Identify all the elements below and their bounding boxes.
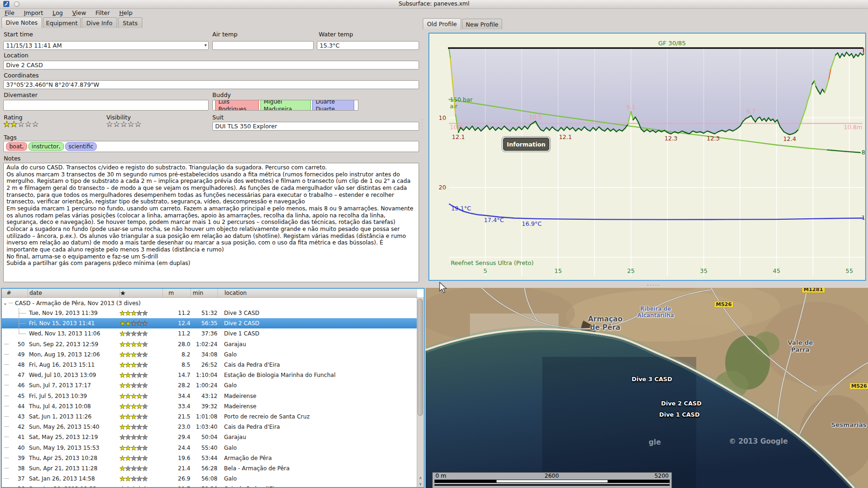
dive-duration: 51:32 xyxy=(190,310,217,316)
coordinates-field[interactable]: 37°05'23.460"N 8°20'47.879"W xyxy=(3,80,419,89)
tab-old-profile[interactable]: Old Profile xyxy=(423,18,461,29)
dive-number: 43 xyxy=(2,413,28,420)
scroll-up-icon[interactable]: ∧ xyxy=(417,475,424,481)
svg-text:10.5: 10.5 xyxy=(529,113,542,120)
chip[interactable]: instructor, xyxy=(28,142,64,151)
dive-row[interactable]: 41Sat, May 25, 2013 12:19★★★★★29.450:04G… xyxy=(2,432,417,442)
expander-icon[interactable]: ⌄ xyxy=(2,300,8,306)
start-time-combo[interactable]: 11/15/13 11:41 AM ▾ xyxy=(3,41,209,50)
star-icon: ★ xyxy=(131,444,136,452)
dive-site-label[interactable]: Dive 2 CASD xyxy=(654,400,708,407)
panel-splitter-handle[interactable]: ···· xyxy=(420,119,424,132)
buddy-field[interactable]: Luís Rodrigues,Miguel Madureira,Duarte D… xyxy=(212,100,358,111)
dive-list-header[interactable]: #date★mminlocation xyxy=(2,289,417,298)
dive-date: Sun, May 19, 2013 15:53 xyxy=(28,445,119,451)
svg-text:12.4: 12.4 xyxy=(783,135,796,142)
chip[interactable]: Miguel Madureira, xyxy=(260,100,311,111)
star-icon: ★ xyxy=(125,382,131,389)
chip[interactable]: boat, xyxy=(6,142,27,151)
chip[interactable]: Duarte Duarte xyxy=(312,100,354,111)
dive-depth: 33.4 xyxy=(162,403,190,410)
column-header-m[interactable]: m xyxy=(162,289,190,297)
rating-stars[interactable]: ★★☆☆☆ xyxy=(3,119,39,129)
star-icon[interactable]: ☆ xyxy=(18,119,25,129)
dive-row[interactable]: 49Mon, Aug 19, 2013 12:06★★★★★8.234:08Ga… xyxy=(2,349,417,360)
dive-rating-stars: ★★★★★ xyxy=(119,423,162,431)
dive-list-scrollbar[interactable]: ∧ ∨ xyxy=(417,297,424,487)
star-icon[interactable]: ☆ xyxy=(120,119,127,129)
air-temp-field[interactable] xyxy=(212,41,314,50)
star-icon[interactable]: ☆ xyxy=(134,119,141,129)
dive-row[interactable]: 43Sat, Jun 1, 2013 11:26★★★★★21.51:01:08… xyxy=(2,411,417,422)
location-field[interactable]: Dive 2 CASD xyxy=(3,61,419,70)
dive-row[interactable]: 50Sun, Sep 22, 2013 12:59★★★★★28.01:02:2… xyxy=(2,339,417,349)
tab-dive-notes[interactable]: Dive Notes xyxy=(1,17,42,28)
star-icon[interactable]: ☆ xyxy=(32,119,39,129)
buddy-label: Buddy xyxy=(212,91,231,98)
dive-site-label[interactable]: Dive 1 CASD xyxy=(652,411,707,418)
scrollbar-thumb[interactable] xyxy=(418,299,423,416)
scroll-down-icon[interactable]: ∨ xyxy=(417,481,424,487)
dive-duration: 1:10:04 xyxy=(190,372,217,378)
menu-item-filter[interactable]: Filter xyxy=(91,9,114,16)
dive-row[interactable]: Tue, Nov 19, 2013 11:39★★★★★11.251:32Div… xyxy=(2,308,417,318)
dive-depth: 28.2 xyxy=(162,382,190,389)
column-header-date[interactable]: date xyxy=(28,289,119,297)
svg-text:16.9°C: 16.9°C xyxy=(522,220,542,227)
chip[interactable]: Luís Rodrigues, xyxy=(215,100,259,111)
information-button[interactable]: Information xyxy=(503,138,549,151)
dive-row[interactable]: Wed, Nov 13, 2013 11:06★★★★★11.237:36Div… xyxy=(2,328,417,339)
menu-item-help[interactable]: Help xyxy=(114,9,137,16)
dive-rating-stars: ★★★★★ xyxy=(119,465,162,472)
star-icon[interactable]: ★ xyxy=(10,119,17,129)
dive-row[interactable]: 36Sun, Jan 20, 2013 12:33★★★★★21.758:36C… xyxy=(2,484,417,488)
dive-number: 39 xyxy=(2,455,28,461)
dive-row[interactable]: 47Wed, Jul 10, 2013 13:09★★★★★14.71:10:0… xyxy=(2,370,417,380)
dive-row[interactable]: 42Sun, May 26, 2013 15:40★★★★★23.01:03:4… xyxy=(2,422,417,432)
column-header-location[interactable]: location xyxy=(217,289,417,297)
dive-profile-chart: 10.810.8m19.1°C17.4°C16.9°C16150 barair8… xyxy=(429,34,865,280)
map-panel[interactable]: Armação de PêraRibeira de AlcantarilhaVa… xyxy=(426,288,868,488)
suit-field[interactable]: DUI TLS 350 Explorer xyxy=(212,122,419,131)
visibility-stars[interactable]: ☆☆☆☆☆ xyxy=(106,119,141,129)
menu-item-import[interactable]: Import xyxy=(19,9,48,16)
column-header-num[interactable]: # xyxy=(2,289,28,297)
star-icon[interactable]: ☆ xyxy=(106,119,113,129)
divemaster-label: Divemaster xyxy=(4,91,37,98)
map-watermark: © 2013 Google xyxy=(729,437,788,446)
star-icon[interactable]: ☆ xyxy=(25,119,32,129)
tab-new-profile[interactable]: New Profile xyxy=(462,19,502,29)
chip[interactable]: scientific xyxy=(65,142,97,151)
dive-location: Armação de Pêra xyxy=(217,455,417,461)
star-icon: ★ xyxy=(142,475,147,482)
menu-item-view[interactable]: View xyxy=(68,9,91,16)
menu-item-log[interactable]: Log xyxy=(48,9,67,16)
star-icon[interactable]: ☆ xyxy=(127,119,134,129)
tab-equipment[interactable]: Equipment xyxy=(43,17,81,28)
dive-row[interactable]: 40Sun, May 19, 2013 15:53★★★★★24.455:40G… xyxy=(2,443,417,453)
divemaster-field[interactable] xyxy=(3,100,209,111)
column-header-min[interactable]: min xyxy=(190,289,217,297)
dive-row[interactable]: 38Sun, Apr 21, 2013 11:28★★★★★21.456:28B… xyxy=(2,463,417,474)
chart-map-splitter[interactable]: ····· xyxy=(426,282,868,288)
column-header-stars[interactable]: ★ xyxy=(119,289,162,297)
tags-field[interactable]: boat,instructor,scientific xyxy=(3,141,419,152)
road-badge: M526 xyxy=(714,301,734,308)
dive-site-label[interactable]: Dive 3 CASD xyxy=(626,376,678,383)
dive-row[interactable]: Fri, Nov 15, 2013 11:41★★★★★12.456:35Div… xyxy=(2,318,417,328)
trip-row[interactable]: ⌄CASD - Armação de Pêra, Nov 2013 (3 div… xyxy=(2,298,417,308)
dive-row[interactable]: 46Sun, Jul 7, 2013 17:17★★★★★28.21:00:24… xyxy=(2,380,417,390)
chevron-down-icon[interactable]: ▾ xyxy=(204,42,207,48)
menu-item-file[interactable]: File xyxy=(0,9,19,16)
dive-row[interactable]: 48Fri, Aug 16, 2013 15:11★★★★★8.526:52Ca… xyxy=(2,360,417,370)
water-temp-field[interactable]: 15.3°C xyxy=(317,41,419,50)
star-icon[interactable]: ★ xyxy=(3,119,10,129)
tab-stats[interactable]: Stats xyxy=(118,17,142,28)
star-icon[interactable]: ☆ xyxy=(113,119,120,129)
dive-row[interactable]: 45Fri, Jul 5, 2013 10:39★★★★★34.443:12Ma… xyxy=(2,391,417,401)
dive-row[interactable]: 44Thu, Jul 4, 2013 10:08★★★★★33.439:32Ma… xyxy=(2,401,417,411)
notes-textarea[interactable]: Aula do curso CASD. Transectos c/video e… xyxy=(3,163,419,282)
tab-dive-info[interactable]: Dive Info xyxy=(82,17,117,28)
dive-row[interactable]: 37Sat, Jan 26, 2013 14:58★★★★★26.956:08G… xyxy=(2,474,417,484)
dive-row[interactable]: 39Thu, Apr 25, 2013 10:28★★★★★19.653:44A… xyxy=(2,453,417,463)
